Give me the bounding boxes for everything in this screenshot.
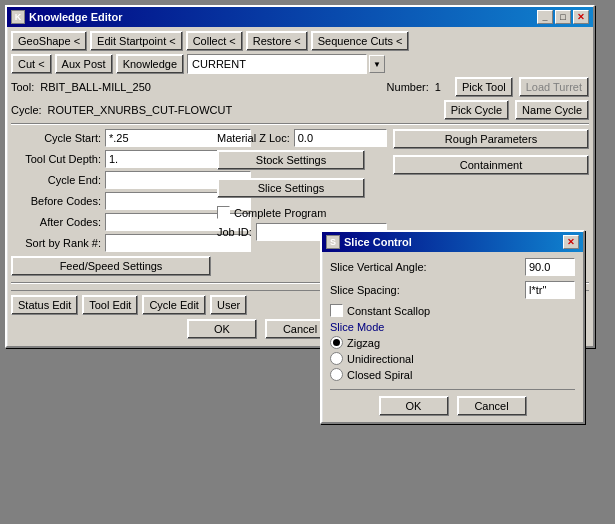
unidirectional-radio[interactable]: [330, 352, 343, 365]
constant-scallop-row: Constant Scallop: [330, 304, 575, 317]
window-icon: K: [11, 10, 25, 24]
cycle-end-row: Cycle End:: [11, 171, 211, 189]
slice-vertical-angle-row: Slice Vertical Angle:: [330, 258, 575, 276]
zigzag-radio-row: Zigzag: [330, 336, 575, 349]
rough-parameters-button[interactable]: Rough Parameters: [393, 129, 589, 149]
slice-spacing-input[interactable]: [525, 281, 575, 299]
slice-vertical-angle-input[interactable]: [525, 258, 575, 276]
cycle-start-row: Cycle Start:: [11, 129, 211, 147]
tool-value: RBIT_BALL-MILL_250: [40, 81, 151, 93]
left-panel: Cycle Start: Tool Cut Depth: Cycle End: …: [11, 129, 211, 276]
load-turret-button[interactable]: Load Turret: [519, 77, 589, 97]
slice-spacing-row: Slice Spacing:: [330, 281, 575, 299]
minimize-button[interactable]: _: [537, 10, 553, 24]
sort-rank-row: Sort by Rank #:: [11, 234, 211, 252]
slice-vertical-angle-label: Slice Vertical Angle:: [330, 261, 521, 273]
status-edit-button[interactable]: Status Edit: [11, 295, 78, 315]
slice-content-area: Slice Vertical Angle: Slice Spacing: Con…: [322, 252, 583, 422]
number-value: 1: [435, 81, 441, 93]
zigzag-radio[interactable]: [330, 336, 343, 349]
maximize-button[interactable]: □: [555, 10, 571, 24]
slice-spacing-label: Slice Spacing:: [330, 284, 521, 296]
constant-scallop-checkbox[interactable]: [330, 304, 343, 317]
zigzag-label: Zigzag: [347, 337, 380, 349]
slice-close-button[interactable]: ✕: [563, 235, 579, 249]
unidirectional-radio-row: Unidirectional: [330, 352, 575, 365]
job-id-label: Job ID:: [217, 226, 252, 238]
complete-program-checkbox[interactable]: [217, 206, 230, 219]
ok-button[interactable]: OK: [187, 319, 257, 339]
tool-edit-button[interactable]: Tool Edit: [82, 295, 138, 315]
tool-cut-depth-row: Tool Cut Depth:: [11, 150, 211, 168]
close-button[interactable]: ✕: [573, 10, 589, 24]
pick-cycle-button[interactable]: Pick Cycle: [444, 100, 509, 120]
unidirectional-label: Unidirectional: [347, 353, 414, 365]
material-z-loc-row: Material Z Loc:: [217, 129, 387, 147]
slice-bottom-bar: OK Cancel: [330, 389, 575, 416]
sort-rank-label: Sort by Rank #:: [11, 237, 101, 249]
material-z-loc-label: Material Z Loc:: [217, 132, 290, 144]
slice-mode-heading: Slice Mode: [330, 321, 575, 333]
complete-program-label: Complete Program: [234, 207, 326, 219]
toolbar-row-1: GeoShape < Edit Startpoint < Collect < R…: [11, 31, 589, 51]
tool-info-row: Tool: RBIT_BALL-MILL_250 Number: 1 Pick …: [11, 77, 589, 97]
closed-spiral-radio[interactable]: [330, 368, 343, 381]
geoshape-button[interactable]: GeoShape <: [11, 31, 87, 51]
tool-label: Tool:: [11, 81, 34, 93]
edit-startpoint-button[interactable]: Edit Startpoint <: [90, 31, 183, 51]
aux-post-button[interactable]: Aux Post: [55, 54, 113, 74]
user-button[interactable]: User: [210, 295, 247, 315]
after-codes-label: After Codes:: [11, 216, 101, 228]
number-label: Number:: [387, 81, 429, 93]
closed-spiral-radio-row: Closed Spiral: [330, 368, 575, 381]
slice-settings-button[interactable]: Slice Settings: [217, 178, 365, 198]
restore-button[interactable]: Restore <: [246, 31, 308, 51]
tool-cut-depth-label: Tool Cut Depth:: [11, 153, 101, 165]
current-dropdown[interactable]: CURRENT: [187, 54, 367, 74]
cut-button[interactable]: Cut <: [11, 54, 52, 74]
separator-1: [11, 123, 589, 125]
after-codes-row: After Codes:: [11, 213, 211, 231]
main-window-title: Knowledge Editor: [29, 11, 123, 23]
before-codes-label: Before Codes:: [11, 195, 101, 207]
feed-speed-button[interactable]: Feed/Speed Settings: [11, 256, 211, 276]
constant-scallop-label: Constant Scallop: [347, 305, 430, 317]
main-title-bar: K Knowledge Editor _ □ ✕: [7, 7, 593, 27]
cycle-edit-button[interactable]: Cycle Edit: [142, 295, 206, 315]
slice-window-title: Slice Control: [344, 236, 412, 248]
stock-settings-button[interactable]: Stock Settings: [217, 150, 365, 170]
cycle-start-label: Cycle Start:: [11, 132, 101, 144]
containment-button[interactable]: Containment: [393, 155, 589, 175]
toolbar-row-2: Cut < Aux Post Knowledge CURRENT ▼: [11, 54, 589, 74]
slice-cancel-button[interactable]: Cancel: [457, 396, 527, 416]
name-cycle-button[interactable]: Name Cycle: [515, 100, 589, 120]
complete-program-row: Complete Program: [217, 206, 387, 219]
collect-button[interactable]: Collect <: [186, 31, 243, 51]
cycle-end-label: Cycle End:: [11, 174, 101, 186]
pick-tool-button[interactable]: Pick Tool: [455, 77, 513, 97]
slice-ok-button[interactable]: OK: [379, 396, 449, 416]
cycle-info-row: Cycle: ROUTER_XNURBS_CUT-FLOWCUT Pick Cy…: [11, 100, 589, 120]
material-z-loc-input[interactable]: [294, 129, 387, 147]
cycle-value: ROUTER_XNURBS_CUT-FLOWCUT: [48, 104, 233, 116]
slice-title-bar: S Slice Control ✕: [322, 232, 583, 252]
closed-spiral-label: Closed Spiral: [347, 369, 412, 381]
cycle-label: Cycle:: [11, 104, 42, 116]
sequence-cuts-button[interactable]: Sequence Cuts <: [311, 31, 410, 51]
knowledge-button[interactable]: Knowledge: [116, 54, 184, 74]
slice-control-window: S Slice Control ✕ Slice Vertical Angle: …: [320, 230, 585, 424]
before-codes-row: Before Codes:: [11, 192, 211, 210]
slice-window-icon: S: [326, 235, 340, 249]
dropdown-arrow-icon[interactable]: ▼: [369, 55, 385, 73]
